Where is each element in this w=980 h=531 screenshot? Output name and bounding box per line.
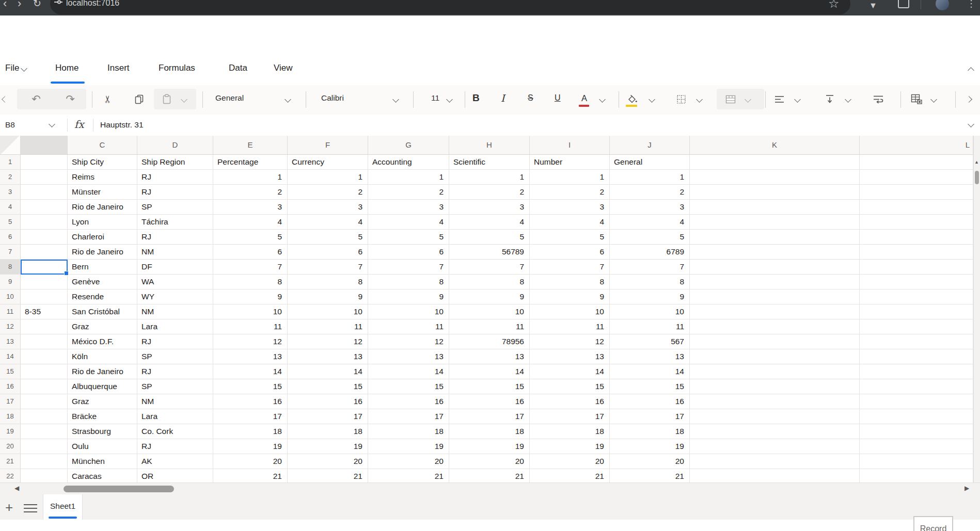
row-header-14[interactable]: 14 — [0, 349, 21, 364]
row-header-12[interactable]: 12 — [0, 319, 21, 334]
cell[interactable] — [860, 245, 973, 260]
file-chevron-icon[interactable] — [21, 65, 27, 72]
cell[interactable]: WA — [137, 275, 213, 289]
cell[interactable]: 16 — [449, 394, 530, 409]
cell[interactable] — [690, 364, 860, 379]
cell[interactable]: Percentage — [213, 155, 288, 170]
cell[interactable]: 11 — [213, 319, 288, 334]
cell[interactable]: 5 — [288, 230, 368, 245]
cell[interactable] — [21, 364, 68, 379]
cell[interactable]: 5 — [368, 230, 449, 245]
redo-button[interactable]: ↷ — [61, 89, 80, 109]
cell[interactable]: 9 — [610, 289, 690, 304]
cell[interactable]: Köln — [68, 349, 137, 364]
row-header-2[interactable]: 2 — [0, 170, 21, 185]
cell[interactable]: 567 — [610, 334, 690, 349]
cell[interactable] — [21, 379, 68, 394]
cell[interactable]: 1 — [213, 170, 288, 185]
downloads-icon[interactable]: ▼ — [869, 0, 877, 13]
cell[interactable] — [860, 334, 973, 349]
row-header-13[interactable]: 13 — [0, 334, 21, 349]
cell[interactable]: 13 — [530, 349, 610, 364]
cell[interactable] — [690, 230, 860, 245]
cell[interactable]: 3 — [368, 200, 449, 215]
cell[interactable]: 9 — [449, 289, 530, 304]
cell[interactable]: 14 — [288, 364, 368, 379]
cell[interactable] — [21, 394, 68, 409]
cell[interactable]: Lara — [137, 319, 213, 334]
row-header-3[interactable]: 3 — [0, 185, 21, 200]
row-header-15[interactable]: 15 — [0, 364, 21, 379]
cell[interactable]: Bern — [68, 260, 137, 275]
cell[interactable]: Rio de Janeiro — [68, 364, 137, 379]
cell[interactable]: 18 — [213, 424, 288, 439]
cell[interactable]: 17 — [288, 409, 368, 424]
cell[interactable]: 14 — [368, 364, 449, 379]
row-header-22[interactable]: 22 — [0, 469, 21, 482]
cell[interactable]: 4 — [368, 215, 449, 230]
cell[interactable]: 19 — [530, 439, 610, 454]
font-size-dropdown[interactable]: 11 — [431, 93, 439, 103]
undo-button[interactable]: ↶ — [27, 89, 45, 109]
cell[interactable]: 10 — [288, 304, 368, 319]
column-header-K[interactable]: K — [690, 136, 860, 155]
cell[interactable]: 20 — [368, 454, 449, 469]
cell[interactable]: RJ — [137, 334, 213, 349]
cell[interactable]: AK — [137, 454, 213, 469]
cell[interactable] — [690, 155, 860, 170]
cell[interactable]: 16 — [213, 394, 288, 409]
cell[interactable]: 5 — [449, 230, 530, 245]
font-color-chevron-icon[interactable] — [599, 96, 606, 103]
column-header-C[interactable]: C — [68, 136, 137, 155]
wrap-text-button[interactable] — [870, 89, 887, 109]
cell[interactable]: 14 — [449, 364, 530, 379]
row-header-11[interactable]: 11 — [0, 304, 21, 319]
cell[interactable] — [860, 260, 973, 275]
cell[interactable] — [21, 200, 68, 215]
cell[interactable]: Co. Cork — [137, 424, 213, 439]
cell[interactable]: 9 — [288, 289, 368, 304]
cell[interactable] — [860, 379, 973, 394]
cell[interactable]: 20 — [213, 454, 288, 469]
cell[interactable]: 18 — [288, 424, 368, 439]
cell[interactable]: 21 — [368, 469, 449, 482]
cell[interactable] — [690, 319, 860, 334]
column-header-G[interactable]: G — [368, 136, 449, 155]
cell[interactable]: 8 — [449, 275, 530, 289]
cell[interactable] — [690, 394, 860, 409]
cell[interactable]: 12 — [213, 334, 288, 349]
cell[interactable]: 19 — [368, 439, 449, 454]
cell[interactable] — [690, 260, 860, 275]
cell[interactable] — [21, 245, 68, 260]
cell[interactable] — [690, 289, 860, 304]
format-as-table-chevron-icon[interactable] — [930, 96, 937, 103]
cell[interactable]: 2 — [368, 185, 449, 200]
vertical-scroll-thumb[interactable] — [975, 171, 979, 184]
cell[interactable]: 1 — [368, 170, 449, 185]
cell[interactable] — [860, 230, 973, 245]
cell[interactable]: 12 — [368, 334, 449, 349]
cell[interactable]: Ship City — [68, 155, 137, 170]
cell[interactable] — [860, 439, 973, 454]
cell[interactable]: Caracas — [68, 469, 137, 482]
strikethrough-button[interactable]: S — [528, 93, 533, 103]
cell[interactable] — [21, 275, 68, 289]
cell[interactable]: 8 — [213, 275, 288, 289]
cell[interactable] — [690, 200, 860, 215]
cell[interactable]: 1 — [610, 170, 690, 185]
cell[interactable] — [690, 185, 860, 200]
expand-formula-bar-icon[interactable] — [968, 121, 974, 127]
cell[interactable]: 2 — [449, 185, 530, 200]
cell[interactable]: 15 — [530, 379, 610, 394]
cell[interactable] — [21, 319, 68, 334]
cell[interactable]: 13 — [288, 349, 368, 364]
site-settings-icon[interactable] — [54, 0, 63, 7]
cell[interactable]: NM — [137, 245, 213, 260]
cell[interactable]: 11 — [610, 319, 690, 334]
cell[interactable]: 13 — [368, 349, 449, 364]
cell[interactable]: 7 — [449, 260, 530, 275]
profile-avatar[interactable] — [936, 0, 949, 10]
cell[interactable]: 9 — [368, 289, 449, 304]
tab-insert[interactable]: Insert — [107, 63, 130, 73]
number-format-chevron-icon[interactable] — [284, 96, 291, 103]
